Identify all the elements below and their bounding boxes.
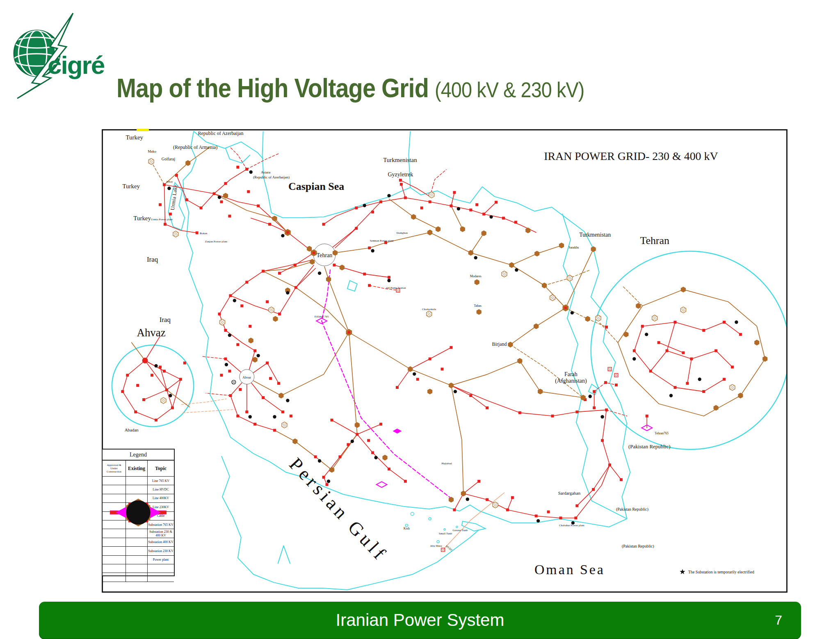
svg-text:Chabahar Power plant: Chabahar Power plant	[559, 524, 584, 527]
svg-text:Ahvaz: Ahvaz	[137, 326, 165, 339]
svg-text:(Pakistan Republic): (Pakistan Republic)	[616, 507, 648, 512]
svg-text:Farah: Farah	[564, 371, 578, 377]
svg-text:Khoy: Khoy	[167, 180, 173, 183]
svg-text:(Afghanistan): (Afghanistan)	[555, 378, 587, 384]
svg-text:(Republic of Azerbaijan): (Republic of Azerbaijan)	[253, 175, 290, 179]
svg-text:Birjand: Birjand	[492, 341, 507, 347]
lakes-layer	[168, 183, 597, 543]
logo-text: cigré	[48, 51, 105, 79]
page-title-main: Map of the High Voltage Grid	[116, 73, 435, 103]
svg-text:Golfaraj: Golfaraj	[162, 157, 175, 161]
svg-text:Esfahan 765: Esfahan 765	[315, 315, 329, 318]
footer-bar: Iranian Power System 7	[39, 602, 801, 639]
page-number: 7	[775, 602, 782, 639]
svg-text:Tehran765: Tehran765	[655, 431, 669, 435]
svg-text:Turkey: Turkey	[126, 134, 143, 141]
page-title-paren: (400 kV & 230 kV)	[435, 78, 584, 102]
svg-text:Sarakhs: Sarakhs	[568, 246, 579, 249]
footer-label: Iranian Power System	[39, 602, 801, 639]
power-grid-map: IRAN POWER GRID- 230 & 400 kVCaspian Sea…	[102, 129, 788, 593]
legend-row: Power plant	[103, 556, 174, 564]
svg-text:Tehran: Tehran	[317, 252, 333, 258]
inset-circles	[112, 251, 786, 449]
svg-text:Bokan: Bokan	[200, 232, 208, 235]
svg-text:Turkey: Turkey	[122, 183, 140, 189]
map-note: The Substation is temporarily electrifie…	[680, 569, 754, 574]
coastline-layer	[183, 131, 630, 590]
svg-text:Caspian Sea: Caspian Sea	[288, 180, 344, 192]
svg-text:Republic of Azerbaijan: Republic of Azerbaijan	[198, 130, 244, 136]
svg-text:Gyzyletrek: Gyzyletrek	[388, 171, 413, 178]
svg-text:Persian Gulf: Persian Gulf	[285, 454, 392, 566]
svg-text:Semnan Power plant: Semnan Power plant	[370, 239, 394, 242]
svg-text:Damghan: Damghan	[397, 231, 408, 235]
svg-text:Greater Tunb: Greater Tunb	[452, 529, 468, 532]
svg-text:The Substation is temporarily: The Substation is temporarily electrifie…	[688, 570, 754, 574]
svg-text:Mako: Mako	[148, 149, 156, 153]
svg-text:Astara: Astara	[261, 170, 270, 174]
grid-map-canvas: IRAN POWER GRID- 230 & 400 kVCaspian Sea…	[103, 130, 786, 591]
svg-text:IRAN POWER GRID- 230 & 400 kV: IRAN POWER GRID- 230 & 400 kV	[544, 150, 718, 162]
svg-text:Iraq: Iraq	[160, 316, 171, 324]
svg-text:Abadan: Abadan	[125, 427, 139, 432]
svg-text:Turkey: Turkey	[133, 215, 151, 221]
svg-text:Abu Musa: Abu Musa	[430, 544, 442, 548]
svg-text:Tehran: Tehran	[640, 235, 669, 246]
svg-text:(Republic of Armenia): (Republic of Armenia)	[173, 144, 217, 150]
svg-text:Turkmenistan: Turkmenistan	[383, 157, 417, 163]
svg-text:Oil Pump Station: Oil Pump Station	[386, 286, 406, 290]
map-legend: Legend Approved & Under Construction Exi…	[102, 449, 175, 576]
svg-text:Small Tunb: Small Tunb	[439, 532, 452, 535]
svg-text:Modares: Modares	[470, 274, 482, 278]
cir-f-icon	[126, 556, 148, 564]
svg-text:Ahvaz: Ahvaz	[242, 376, 251, 379]
svg-text:Sardargahan: Sardargahan	[558, 491, 581, 495]
svg-text:Urmia Power plant: Urmia Power plant	[151, 218, 173, 221]
svg-text:Turkmenistan: Turkmenistan	[579, 232, 611, 238]
legend-symbol-existing	[126, 556, 148, 564]
star-icon	[680, 569, 685, 574]
transmission-lines-layer	[123, 147, 765, 550]
svg-text:Tabas: Tabas	[474, 304, 481, 308]
page-title: Map of the High Voltage Grid (400 kV & 2…	[116, 73, 584, 103]
svg-text:Hajiabad: Hajiabad	[441, 462, 452, 465]
slide: cigré Map of the High Voltage Grid (400 …	[0, 0, 840, 639]
svg-text:Oman Sea: Oman Sea	[534, 562, 605, 577]
svg-text:Iraq: Iraq	[147, 256, 158, 263]
cigre-logo-icon: cigré	[11, 12, 106, 100]
map-labels-layer: IRAN POWER GRID- 230 & 400 kVCaspian Sea…	[122, 130, 718, 577]
svg-text:Chadormalu: Chadormalu	[422, 308, 436, 311]
svg-text:(Pakistan Republic): (Pakistan Republic)	[622, 544, 654, 549]
svg-text:Kish: Kish	[404, 527, 410, 530]
svg-text:(Pakistan Republic): (Pakistan Republic)	[628, 443, 670, 450]
svg-text:Zanjan Power plant: Zanjan Power plant	[205, 240, 228, 243]
yellow-marker	[137, 129, 149, 131]
city-circles	[240, 244, 336, 384]
